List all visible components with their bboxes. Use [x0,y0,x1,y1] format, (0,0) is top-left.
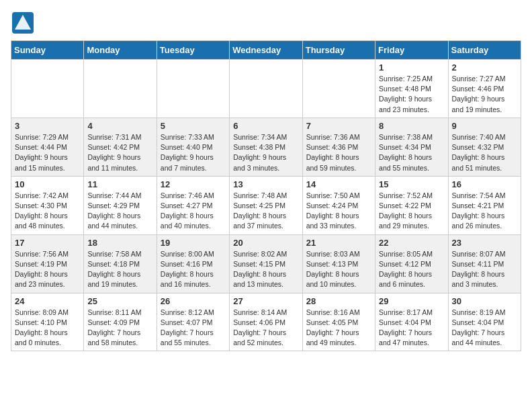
day-number: 6 [233,121,298,131]
day-info: Sunrise: 7:33 AM Sunset: 4:40 PM Dayligh… [161,132,226,173]
calendar-cell [302,60,375,118]
calendar-cell: 15Sunrise: 7:52 AM Sunset: 4:22 PM Dayli… [375,176,448,234]
calendar-cell: 2Sunrise: 7:27 AM Sunset: 4:46 PM Daylig… [448,60,521,118]
day-info: Sunrise: 7:36 AM Sunset: 4:36 PM Dayligh… [306,132,371,173]
day-info: Sunrise: 7:25 AM Sunset: 4:48 PM Dayligh… [379,74,444,115]
calendar-cell: 19Sunrise: 8:00 AM Sunset: 4:16 PM Dayli… [157,234,229,293]
calendar-cell: 5Sunrise: 7:33 AM Sunset: 4:40 PM Daylig… [157,118,229,176]
day-info: Sunrise: 7:46 AM Sunset: 4:27 PM Dayligh… [161,191,226,232]
day-info: Sunrise: 7:31 AM Sunset: 4:42 PM Dayligh… [87,132,152,173]
day-info: Sunrise: 8:11 AM Sunset: 4:09 PM Dayligh… [87,308,152,349]
day-number: 26 [161,296,226,306]
day-of-week-header: Wednesday [230,41,302,60]
calendar-week-row: 3Sunrise: 7:29 AM Sunset: 4:44 PM Daylig… [11,118,521,176]
day-number: 5 [161,121,226,131]
day-info: Sunrise: 7:44 AM Sunset: 4:29 PM Dayligh… [87,191,152,232]
calendar-cell [230,60,302,118]
calendar-cell [157,60,229,118]
day-number: 19 [161,238,226,248]
day-number: 13 [233,179,298,189]
day-number: 2 [452,62,517,73]
day-number: 23 [452,238,517,248]
day-number: 29 [379,296,444,306]
day-of-week-header: Friday [375,41,448,60]
day-number: 7 [306,121,371,131]
day-info: Sunrise: 8:03 AM Sunset: 4:13 PM Dayligh… [306,249,371,290]
calendar-cell: 26Sunrise: 8:12 AM Sunset: 4:07 PM Dayli… [157,293,229,351]
day-number: 12 [161,179,226,189]
calendar-body: 1Sunrise: 7:25 AM Sunset: 4:48 PM Daylig… [11,60,521,351]
day-of-week-header: Monday [84,41,157,60]
calendar-week-row: 17Sunrise: 7:56 AM Sunset: 4:19 PM Dayli… [11,234,521,293]
day-info: Sunrise: 7:58 AM Sunset: 4:18 PM Dayligh… [87,249,152,290]
day-info: Sunrise: 7:42 AM Sunset: 4:30 PM Dayligh… [15,191,80,232]
calendar-cell: 10Sunrise: 7:42 AM Sunset: 4:30 PM Dayli… [11,176,84,234]
calendar-cell: 6Sunrise: 7:34 AM Sunset: 4:38 PM Daylig… [230,118,302,176]
day-number: 18 [87,238,152,248]
calendar-cell: 24Sunrise: 8:09 AM Sunset: 4:10 PM Dayli… [11,293,84,351]
day-number: 27 [233,296,298,306]
day-info: Sunrise: 7:27 AM Sunset: 4:46 PM Dayligh… [452,74,517,115]
calendar-header-row: SundayMondayTuesdayWednesdayThursdayFrid… [11,41,521,60]
logo-icon [11,11,35,35]
page-header [11,11,521,35]
logo [11,11,38,35]
day-number: 25 [87,296,152,306]
day-info: Sunrise: 8:02 AM Sunset: 4:15 PM Dayligh… [233,249,298,290]
calendar-cell [84,60,157,118]
day-number: 11 [87,179,152,189]
day-number: 24 [15,296,80,306]
day-info: Sunrise: 7:34 AM Sunset: 4:38 PM Dayligh… [233,132,298,173]
day-info: Sunrise: 7:40 AM Sunset: 4:32 PM Dayligh… [452,132,517,173]
day-info: Sunrise: 8:16 AM Sunset: 4:05 PM Dayligh… [306,308,371,349]
day-info: Sunrise: 8:19 AM Sunset: 4:04 PM Dayligh… [452,308,517,349]
calendar-cell: 20Sunrise: 8:02 AM Sunset: 4:15 PM Dayli… [230,234,302,293]
day-info: Sunrise: 8:09 AM Sunset: 4:10 PM Dayligh… [15,308,80,349]
calendar-cell: 12Sunrise: 7:46 AM Sunset: 4:27 PM Dayli… [157,176,229,234]
calendar-cell: 11Sunrise: 7:44 AM Sunset: 4:29 PM Dayli… [84,176,157,234]
day-number: 8 [379,121,444,131]
day-number: 17 [15,238,80,248]
day-number: 15 [379,179,444,189]
day-info: Sunrise: 8:14 AM Sunset: 4:06 PM Dayligh… [233,308,298,349]
calendar-cell: 7Sunrise: 7:36 AM Sunset: 4:36 PM Daylig… [302,118,375,176]
day-info: Sunrise: 7:52 AM Sunset: 4:22 PM Dayligh… [379,191,444,232]
day-number: 20 [233,238,298,248]
calendar-cell: 8Sunrise: 7:38 AM Sunset: 4:34 PM Daylig… [375,118,448,176]
calendar-cell: 28Sunrise: 8:16 AM Sunset: 4:05 PM Dayli… [302,293,375,351]
day-number: 9 [452,121,517,131]
calendar-cell: 22Sunrise: 8:05 AM Sunset: 4:12 PM Dayli… [375,234,448,293]
day-number: 3 [15,121,80,131]
calendar-cell: 1Sunrise: 7:25 AM Sunset: 4:48 PM Daylig… [375,60,448,118]
day-number: 4 [87,121,152,131]
calendar-cell: 18Sunrise: 7:58 AM Sunset: 4:18 PM Dayli… [84,234,157,293]
day-of-week-header: Sunday [11,41,84,60]
day-info: Sunrise: 8:00 AM Sunset: 4:16 PM Dayligh… [161,249,226,290]
day-number: 1 [379,62,444,73]
day-of-week-header: Tuesday [157,41,229,60]
calendar-cell: 21Sunrise: 8:03 AM Sunset: 4:13 PM Dayli… [302,234,375,293]
day-info: Sunrise: 8:07 AM Sunset: 4:11 PM Dayligh… [452,249,517,290]
day-info: Sunrise: 8:05 AM Sunset: 4:12 PM Dayligh… [379,249,444,290]
calendar-cell: 4Sunrise: 7:31 AM Sunset: 4:42 PM Daylig… [84,118,157,176]
day-info: Sunrise: 7:48 AM Sunset: 4:25 PM Dayligh… [233,191,298,232]
calendar-cell: 25Sunrise: 8:11 AM Sunset: 4:09 PM Dayli… [84,293,157,351]
day-info: Sunrise: 8:17 AM Sunset: 4:04 PM Dayligh… [379,308,444,349]
calendar-cell: 27Sunrise: 8:14 AM Sunset: 4:06 PM Dayli… [230,293,302,351]
calendar-week-row: 10Sunrise: 7:42 AM Sunset: 4:30 PM Dayli… [11,176,521,234]
calendar-cell: 14Sunrise: 7:50 AM Sunset: 4:24 PM Dayli… [302,176,375,234]
calendar-cell: 23Sunrise: 8:07 AM Sunset: 4:11 PM Dayli… [448,234,521,293]
calendar-week-row: 24Sunrise: 8:09 AM Sunset: 4:10 PM Dayli… [11,293,521,351]
day-of-week-header: Thursday [302,41,375,60]
day-info: Sunrise: 7:50 AM Sunset: 4:24 PM Dayligh… [306,191,371,232]
day-number: 22 [379,238,444,248]
day-info: Sunrise: 7:29 AM Sunset: 4:44 PM Dayligh… [15,132,80,173]
calendar-cell: 29Sunrise: 8:17 AM Sunset: 4:04 PM Dayli… [375,293,448,351]
day-number: 10 [15,179,80,189]
day-number: 14 [306,179,371,189]
day-number: 16 [452,179,517,189]
day-info: Sunrise: 7:54 AM Sunset: 4:21 PM Dayligh… [452,191,517,232]
calendar-cell: 16Sunrise: 7:54 AM Sunset: 4:21 PM Dayli… [448,176,521,234]
day-info: Sunrise: 8:12 AM Sunset: 4:07 PM Dayligh… [161,308,226,349]
day-number: 21 [306,238,371,248]
